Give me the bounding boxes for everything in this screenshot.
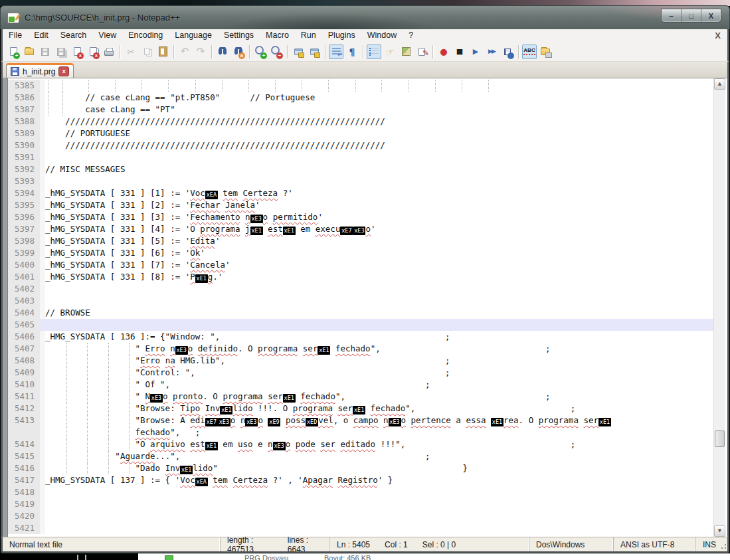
minimize-button[interactable]: – xyxy=(662,9,682,22)
code-row[interactable]: 5410 " Of ", ; xyxy=(8,379,716,391)
code-row[interactable]: 5411 " NxE3o pronto. O programa serxE1 f… xyxy=(8,391,716,403)
code-line-text[interactable]: // PORTUGUESE xyxy=(45,128,716,140)
find-icon[interactable] xyxy=(215,45,230,59)
new-file-icon[interactable]: + xyxy=(6,45,21,59)
resize-grip[interactable] xyxy=(719,537,727,551)
code-line-text[interactable]: _hMG_SYSDATA [ 331 ] [5] := 'Edita' xyxy=(45,235,716,247)
code-line-text[interactable] xyxy=(45,510,716,522)
code-row[interactable]: 5414 "O arquivo estxE1 em uso e nxE3o po… xyxy=(8,438,716,450)
code-row[interactable]: 5392// MISC MESSAGES xyxy=(8,163,716,175)
menu-item-window[interactable]: Window xyxy=(361,29,403,42)
code-line-text[interactable]: _hMG_SYSDATA [ 331 ] [1] := 'VocxEA tem … xyxy=(45,187,716,199)
menu-item-edit[interactable]: Edit xyxy=(28,29,54,42)
red-pen-document-icon[interactable]: ✎ xyxy=(414,45,429,59)
code-line-text[interactable]: _hMG_SYSDATA [ 331 ] [8] := 'PxE1g.' xyxy=(45,271,716,283)
sync-horizontal-scroll-icon[interactable] xyxy=(307,45,321,59)
code-line-text[interactable]: _hMG_SYSDATA [ 331 ] [7] := 'Cancela' xyxy=(45,259,716,271)
redo-icon[interactable]: ↷ xyxy=(193,45,208,59)
word-wrap-icon[interactable] xyxy=(329,45,343,59)
maximize-button[interactable]: □ xyxy=(682,9,701,22)
code-line-text[interactable]: case cLang == "PT" xyxy=(45,104,716,116)
code-row[interactable]: 5415 "Aguarde...", ; xyxy=(8,450,716,462)
code-line-text[interactable] xyxy=(45,486,716,498)
paste-icon[interactable] xyxy=(155,45,170,59)
code-line-text[interactable]: "Control: ", ; xyxy=(45,367,716,379)
undo-icon[interactable]: ↶ xyxy=(177,45,192,59)
tab-h-init-prg[interactable]: h_init.prg x xyxy=(6,63,74,78)
menu-item-plugins[interactable]: Plugins xyxy=(322,29,361,42)
show-all-characters-icon[interactable]: ¶ xyxy=(345,45,359,59)
close-all-icon[interactable]: x xyxy=(86,45,100,59)
macro-stop-icon[interactable]: ■ xyxy=(452,45,467,59)
spell-check-icon[interactable]: ABC xyxy=(522,45,537,59)
code-line-text[interactable]: "Erro na HMG.lib", ; xyxy=(45,355,716,367)
code-line-text[interactable]: fechado", ; xyxy=(45,426,716,438)
code-line-text[interactable]: // BROWSE xyxy=(45,307,716,319)
open-file-icon[interactable] xyxy=(22,45,37,59)
folder-workspace-icon[interactable] xyxy=(538,45,553,59)
code-line-text[interactable] xyxy=(45,175,716,187)
user-defined-dialog-icon[interactable] xyxy=(399,45,413,59)
code-row[interactable]: 5406_HMG_SYSDATA [ 136 ]:= {"Window: ", … xyxy=(8,331,716,343)
code-line-text[interactable] xyxy=(45,498,716,510)
code-line-text[interactable]: // MISC MESSAGES xyxy=(45,163,716,175)
code-row[interactable]: 5396_hMG_SYSDATA [ 331 ] [3] := 'Fechame… xyxy=(8,211,716,223)
print-icon[interactable] xyxy=(102,45,116,59)
code-line-text[interactable]: // case cLang == "pt.PT850" // Portugues… xyxy=(45,92,716,104)
code-row[interactable]: 5419 xyxy=(8,498,716,510)
code-row[interactable]: 5404// BROWSE xyxy=(8,307,716,319)
code-line-text[interactable]: ////////////////////////////////////////… xyxy=(45,116,716,128)
code-line-text[interactable]: " Erro nxE3o definido. O programa serxE1… xyxy=(45,343,716,355)
menu-item-settings[interactable]: Settings xyxy=(218,29,260,42)
save-all-icon[interactable] xyxy=(54,45,68,59)
code-line-text[interactable]: _hMG_SYSDATA [ 331 ] [6] := 'Ok' xyxy=(45,247,716,259)
code-line-text[interactable]: ////////////////////////////////////////… xyxy=(45,140,716,151)
tab-close-icon[interactable]: x xyxy=(58,66,69,76)
menu-item-encoding[interactable]: Encoding xyxy=(122,29,169,42)
code-line-text[interactable] xyxy=(45,295,716,307)
code-row[interactable]: 5397_hMG_SYSDATA [ 331 ] [4] := 'O progr… xyxy=(8,223,716,235)
document-close-icon[interactable]: X xyxy=(715,31,721,41)
code-row[interactable]: 5407 " Erro nxE3o definido. O programa s… xyxy=(8,343,716,355)
replace-icon[interactable]: a xyxy=(231,45,246,59)
code-row[interactable]: 5409 "Control: ", ; xyxy=(8,367,716,379)
menu-item-file[interactable]: File xyxy=(3,29,28,42)
code-line-text[interactable]: _HMG_SYSDATA [ 136 ]:= {"Window: ", ; xyxy=(45,331,716,343)
code-line-text[interactable]: _hMG_SYSDATA [ 331 ] [2] := 'Fechar Jane… xyxy=(45,199,716,211)
code-row[interactable]: 5389 // PORTUGUESE xyxy=(8,128,716,140)
scroll-up-arrow[interactable]: ▲ xyxy=(714,78,725,90)
code-row[interactable]: 5408 "Erro na HMG.lib", ; xyxy=(8,355,716,367)
copy-icon[interactable] xyxy=(139,45,154,59)
sync-vertical-scroll-icon[interactable] xyxy=(291,45,306,59)
code-line-text[interactable]: "Browse: A edixE7xE3o nxE3o xE9 possxEDv… xyxy=(45,415,716,426)
code-row[interactable]: fechado", ; xyxy=(8,426,716,438)
show-indent-guide-icon[interactable] xyxy=(367,45,381,59)
code-line-text[interactable]: _hMG_SYSDATA [ 331 ] [4] := 'O programa … xyxy=(45,223,716,235)
code-row[interactable]: 5390 ///////////////////////////////////… xyxy=(8,140,716,151)
macro-save-icon[interactable] xyxy=(500,45,515,59)
code-row[interactable]: 5412 "Browse: Tipo InvxE1lido !!!. O pro… xyxy=(8,403,716,415)
code-line-text[interactable]: "Aguarde...", ; xyxy=(45,450,716,462)
code-line-text[interactable]: "O arquivo estxE1 em uso e nxE3o pode se… xyxy=(45,438,716,450)
save-file-icon[interactable] xyxy=(38,45,52,59)
code-line-text[interactable]: _HMG_SYSDATA [ 137 ] := { 'VocxEA tem Ce… xyxy=(45,474,716,486)
code-row[interactable]: 5403 xyxy=(8,295,716,307)
code-row-current[interactable]: 5405 xyxy=(8,319,716,331)
zoom-in-icon[interactable]: + xyxy=(253,45,268,59)
code-row[interactable]: 5387 case cLang == "PT" xyxy=(8,104,716,116)
menu-item-search[interactable]: Search xyxy=(54,29,93,42)
code-row[interactable]: 5398_hMG_SYSDATA [ 331 ] [5] := 'Edita' xyxy=(8,235,716,247)
zoom-out-icon[interactable]: − xyxy=(269,45,284,59)
code-row[interactable]: 5388 ///////////////////////////////////… xyxy=(8,116,716,128)
code-line-text[interactable]: "Browse: Tipo InvxE1lido !!!. O programa… xyxy=(45,403,716,415)
code-editor[interactable]: 53855386 // case cLang == "pt.PT850" // … xyxy=(1,78,729,537)
code-row[interactable]: 5395_hMG_SYSDATA [ 331 ] [2] := 'Fechar … xyxy=(8,199,716,211)
code-row[interactable]: 5394_hMG_SYSDATA [ 331 ] [1] := 'VocxEA … xyxy=(8,187,716,199)
hand-pointer-icon[interactable]: ☞ xyxy=(383,45,397,59)
code-row[interactable]: 5402 xyxy=(8,283,716,295)
code-line-text[interactable]: _hMG_SYSDATA [ 331 ] [3] := 'Fechamento … xyxy=(45,211,716,223)
code-line-text[interactable] xyxy=(45,151,716,163)
menu-item-macro[interactable]: Macro xyxy=(260,29,295,42)
code-line-text[interactable]: " NxE3o pronto. O programa serxE1 fechad… xyxy=(45,391,716,403)
code-row[interactable]: 5401_hMG_SYSDATA [ 331 ] [8] := 'PxE1g.' xyxy=(8,271,716,283)
